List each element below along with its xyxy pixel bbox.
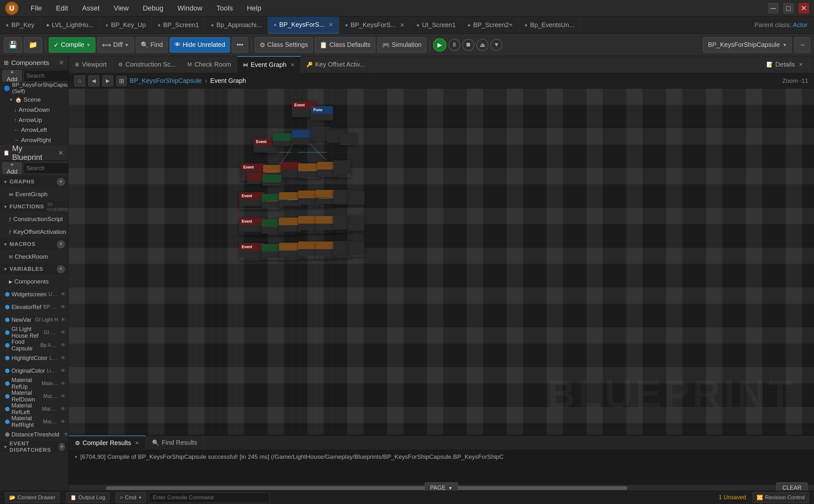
class-settings-btn[interactable]: ⚙ Class Settings: [255, 37, 313, 53]
nav-back-btn[interactable]: ◀: [88, 76, 99, 86]
checkroom-item[interactable]: M CheckRoom: [0, 250, 68, 263]
node-16[interactable]: [263, 175, 282, 186]
compiler-close[interactable]: ✕: [135, 440, 139, 446]
arrow-down-item[interactable]: ↓ ArrowDown: [0, 105, 68, 115]
graphs-add[interactable]: +: [57, 178, 65, 186]
hide-unrelated-btn[interactable]: 👁 Hide Unrelated: [169, 37, 230, 53]
graphs-section[interactable]: ▼ GRAPHS +: [0, 176, 68, 188]
dispatchers-add[interactable]: +: [59, 443, 65, 451]
tab-close-2[interactable]: ✕: [400, 22, 405, 29]
menu-tools[interactable]: Tools: [215, 3, 235, 14]
var-newvar[interactable]: NewVar GI Light H 👁: [0, 313, 68, 326]
self-item[interactable]: 🔵 BP_KeysForShipCapsule (Self): [0, 82, 68, 95]
tab-check-room[interactable]: M Check Room: [182, 56, 237, 73]
menu-view[interactable]: View: [112, 3, 130, 14]
variables-add[interactable]: +: [57, 265, 65, 273]
var-originalcolor[interactable]: OriginalColor Linear Col 👁: [0, 364, 68, 377]
node-31[interactable]: Event: [239, 243, 265, 261]
construction-script-item[interactable]: ƒ ConstructionScript: [0, 213, 68, 226]
node-23[interactable]: [349, 191, 364, 205]
content-drawer-btn[interactable]: 📂 Content Drawer: [5, 492, 60, 503]
macros-add[interactable]: +: [57, 240, 65, 248]
compile-btn[interactable]: ✓ Compile ▼: [49, 37, 95, 53]
tab-bp-screen2[interactable]: ● BP_Screen2+: [462, 17, 519, 34]
eye-widgetscreen[interactable]: 👁: [61, 292, 66, 297]
node-24[interactable]: Event: [239, 218, 265, 235]
menu-debug[interactable]: Debug: [141, 3, 165, 14]
eye-newvar[interactable]: 👁: [61, 317, 66, 323]
close-btn[interactable]: ✕: [799, 3, 809, 13]
bp-search[interactable]: [24, 162, 68, 174]
node-29[interactable]: [333, 215, 351, 233]
eye-materialrefleft[interactable]: 👁: [61, 406, 66, 412]
var-foodcapsule[interactable]: Food Capsule Bp Approc 👁: [0, 339, 68, 352]
functions-section[interactable]: ▼ FUNCTIONS 20 OVERRIDE +: [0, 201, 68, 213]
macros-section[interactable]: ▼ MACROS +: [0, 238, 68, 250]
event-graph-close[interactable]: ✕: [291, 62, 295, 68]
bp-add-btn[interactable]: + Add: [3, 162, 22, 174]
nav-home-btn[interactable]: ⌂: [74, 76, 85, 86]
node-2[interactable]: Func: [311, 106, 333, 120]
components-search[interactable]: [24, 70, 68, 82]
more-btn[interactable]: •••: [232, 37, 248, 53]
node-4[interactable]: [273, 133, 293, 146]
eye-materialrefdown[interactable]: 👁: [61, 393, 66, 399]
class-defaults-btn[interactable]: 📋 Class Defaults: [315, 37, 375, 53]
variables-section[interactable]: ▼ VARIABLES +: [0, 263, 68, 275]
menu-file[interactable]: File: [29, 3, 44, 14]
find-btn[interactable]: 🔍 Find: [136, 37, 168, 53]
revision-control-btn[interactable]: 🔀 Revision Control: [753, 492, 809, 503]
node-21[interactable]: [316, 190, 335, 207]
eye-originalcolor[interactable]: 👁: [61, 368, 66, 374]
node-37[interactable]: [349, 241, 364, 257]
tab-event-graph[interactable]: ⋈ Event Graph ✕: [237, 56, 300, 73]
menu-help[interactable]: Help: [245, 3, 263, 14]
tab-close-active[interactable]: ✕: [328, 21, 333, 28]
tab-bp-approaching[interactable]: ● Bp_Approachi...: [205, 17, 268, 34]
var-materialrefdown[interactable]: Material RefDown Material It 👁: [0, 390, 68, 403]
var-highlightcolor[interactable]: HighlightColor Linear Col 👁: [0, 352, 68, 364]
tab-bp-keysforship-active[interactable]: ● BP_KeysForS... ✕: [268, 17, 339, 34]
var-distancethreshold[interactable]: DistanceThreshold Float 👁: [0, 428, 68, 441]
tab-ui-screen1[interactable]: ● UI_Screen1: [411, 17, 462, 34]
tab-bp-events[interactable]: ● Bp_EventsUn...: [519, 17, 580, 34]
bp-panel-close[interactable]: ✕: [56, 148, 65, 157]
eye-foodcapsule[interactable]: 👁: [61, 342, 66, 348]
cmd-btn[interactable]: > Cmd ▼: [116, 492, 146, 503]
tab-construction-sc[interactable]: ⚙ Construction Sc...: [112, 56, 182, 73]
node-35[interactable]: [316, 241, 335, 259]
save-btn[interactable]: 💾: [4, 37, 22, 53]
eye-distancethreshold[interactable]: 👁: [64, 432, 68, 437]
scene-item[interactable]: ▼ 🏠 Scene: [0, 95, 68, 105]
components-add-btn[interactable]: + Add: [3, 70, 22, 82]
node-30[interactable]: [349, 216, 364, 231]
node-17[interactable]: Event: [239, 192, 265, 210]
clear-btn[interactable]: CLEAR: [776, 482, 808, 491]
var-widgetscreen[interactable]: Widgetscreen UI Capsul 👁: [0, 288, 68, 301]
tab-lvl-light[interactable]: ● LVL_LightHo...: [40, 17, 100, 34]
tab-bp-screen1[interactable]: ● BP_Screen1: [152, 17, 205, 34]
arrow-up-item[interactable]: ↑ ArrowUp: [0, 115, 68, 125]
parent-class-link[interactable]: Actor: [793, 21, 808, 28]
eye-materialrefup[interactable]: 👁: [61, 381, 66, 386]
maximize-btn[interactable]: □: [783, 3, 794, 13]
cmd-dropdown[interactable]: ▼: [138, 495, 142, 500]
details-close[interactable]: ✕: [799, 61, 803, 68]
components-close[interactable]: ✕: [59, 59, 64, 67]
eye-materialrefright[interactable]: 👁: [61, 419, 66, 425]
graph-canvas[interactable]: Event Func Event: [68, 89, 814, 435]
menu-asset[interactable]: Asset: [80, 3, 101, 14]
nav-forward-btn[interactable]: ▶: [102, 76, 113, 86]
node-19[interactable]: [279, 192, 301, 208]
var-materialrefright[interactable]: Material RefRight Material It 👁: [0, 415, 68, 428]
nav-btn[interactable]: →: [794, 37, 810, 53]
tab-find-results[interactable]: 🔍 Find Results: [146, 436, 204, 450]
node-14[interactable]: [333, 160, 351, 178]
scrollbar-track[interactable]: PAGE ▼ CLEAR: [68, 485, 814, 491]
cmd-input[interactable]: [148, 492, 270, 503]
var-gilighthouseref[interactable]: GI Light House Ref GI Light H 👁: [0, 326, 68, 339]
output-log-btn[interactable]: 📋 Output Log: [66, 492, 109, 503]
pause-btn[interactable]: ⏸: [448, 39, 460, 51]
compile-dropdown[interactable]: ▼: [86, 42, 90, 47]
stop-btn[interactable]: ⏹: [462, 39, 474, 51]
